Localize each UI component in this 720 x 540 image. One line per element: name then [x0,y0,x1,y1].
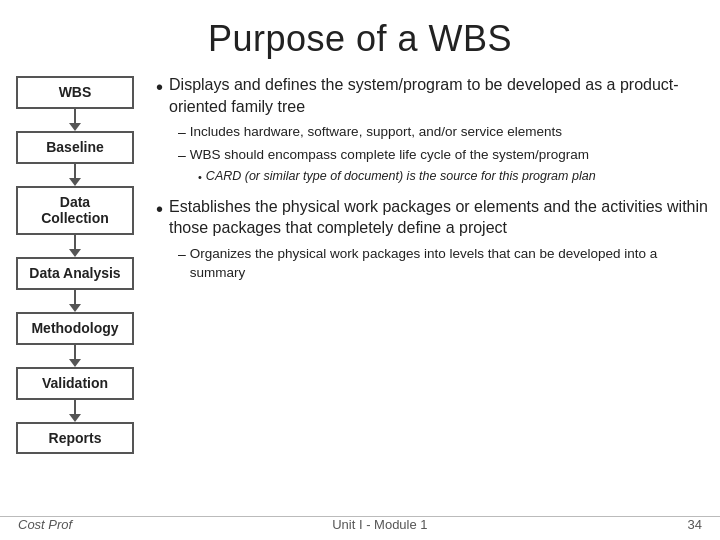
sub-dash-1b: – [178,146,186,166]
bullet-dot-1: • [156,74,163,100]
footer: Cost Prof Unit I - Module 1 34 [0,516,720,532]
bullet-main-2: • Establishes the physical work packages… [156,196,710,239]
footer-center: Unit I - Module 1 [332,517,427,532]
bullet-text-2: Establishes the physical work packages o… [169,196,710,239]
arrow-3 [69,235,81,257]
arrow-1 [69,109,81,131]
sub-bullet-1b: – WBS should encompass complete life cyc… [178,146,710,166]
flow-box-baseline: Baseline [16,131,134,164]
sub-bullet-1a: – Includes hardware, software, support, … [178,123,710,143]
right-content: • Displays and defines the system/progra… [150,74,710,293]
sub-bullet-2a: – Organizes the physical work packages i… [178,245,710,283]
sub-sub-dot-1a: • [198,169,202,186]
page-title: Purpose of a WBS [0,0,720,74]
flow-box-reports: Reports [16,422,134,455]
sub-sub-text-1a: CARD (or similar type of document) is th… [206,168,596,186]
footer-left: Cost Prof [18,517,72,532]
sub-bullets-2: – Organizes the physical work packages i… [178,245,710,283]
bullet-main-1: • Displays and defines the system/progra… [156,74,710,117]
arrow-4 [69,290,81,312]
arrow-6 [69,400,81,422]
bullet-dot-2: • [156,196,163,222]
sub-sub-bullets-1: • CARD (or similar type of document) is … [198,168,710,186]
main-content: WBS Baseline Data Collection Data Analys… [0,74,720,454]
flow-box-validation: Validation [16,367,134,400]
sub-text-2a: Organizes the physical work packages int… [190,245,710,283]
sub-text-1b: WBS should encompass complete life cycle… [190,146,589,165]
bullet-section-1: • Displays and defines the system/progra… [156,74,710,186]
flow-box-methodology: Methodology [16,312,134,345]
sub-text-1a: Includes hardware, software, support, an… [190,123,562,142]
sub-dash-1a: – [178,123,186,143]
flow-box-wbs: WBS [16,76,134,109]
arrow-2 [69,164,81,186]
arrow-5 [69,345,81,367]
sub-dash-2a: – [178,245,186,265]
footer-right: 34 [688,517,702,532]
flow-box-data-analysis: Data Analysis [16,257,134,290]
sub-bullets-1: – Includes hardware, software, support, … [178,123,710,186]
bullet-text-1: Displays and defines the system/program … [169,74,710,117]
flowchart: WBS Baseline Data Collection Data Analys… [10,76,140,454]
sub-sub-bullet-1a: • CARD (or similar type of document) is … [198,168,710,186]
flow-box-data-collection: Data Collection [16,186,134,236]
bullet-section-2: • Establishes the physical work packages… [156,196,710,283]
